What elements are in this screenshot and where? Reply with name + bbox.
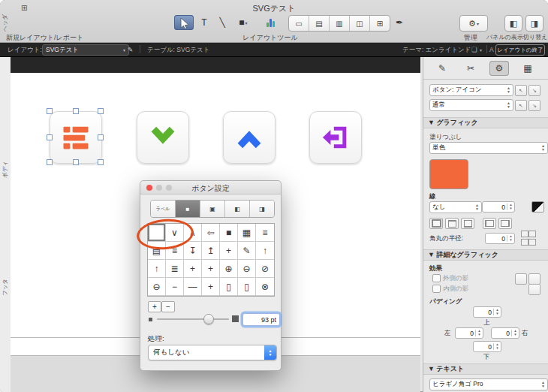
style-copy-button[interactable]: ↖ [515,85,527,96]
display-segment-3[interactable]: ▣ [200,201,224,217]
action-popup[interactable]: 何もしない ▲▼ [148,345,277,360]
svg-button-exit[interactable] [309,111,362,164]
display-segment-1[interactable]: ラベル [151,201,175,217]
outer-shadow-checkbox[interactable] [432,274,441,282]
theme-icon[interactable]: ❏ [471,46,477,53]
manage-menu-button[interactable]: ⚙ ▾ [459,15,488,32]
padding-bottom-field[interactable]: 0 ▲▼ [473,341,501,352]
object-style-popup[interactable]: ボタン: アイコン ▲▼ [429,84,513,96]
data-tab-icon[interactable]: ▦ [518,61,537,76]
line-pos-bottom-button[interactable] [461,218,474,229]
icon-grid-cell-r3c3[interactable]: + [184,260,202,278]
state-paste-button[interactable]: ↘ [528,100,540,111]
svg-button-chevron-down[interactable] [137,111,189,164]
state-copy-button[interactable]: ↖ [515,100,527,111]
icon-grid-cell-r3c7[interactable]: ⊘ [256,260,274,278]
chart-tool-button[interactable] [261,15,279,30]
icon-grid-cell-r3c6[interactable]: ⊖ [238,260,256,278]
dialog-titlebar[interactable]: ボタン設定 [140,181,281,194]
size-slider-track[interactable] [157,318,229,320]
selection-handle[interactable] [73,159,79,165]
select-tool-button[interactable] [174,15,194,30]
corner-radius-field[interactable]: 0 ▲▼ [485,233,515,244]
button-tool-button[interactable]: ▥ [329,16,349,31]
icon-grid-cell-r3c4[interactable]: + [202,260,220,278]
toggle-right-panel-button[interactable]: ◨ [525,15,543,32]
svg-button-chevron-up[interactable] [223,111,276,164]
object-state-popup[interactable]: 通常 ▲▼ [429,99,513,111]
icon-size-field[interactable]: 93 pt [242,313,280,326]
font-size-icon[interactable]: A [489,46,494,53]
line-type-popup[interactable]: なし ▲▼ [429,201,482,213]
padding-right-field[interactable]: 0 ▲▼ [491,327,519,339]
selection-handle[interactable] [98,108,104,114]
padding-top-field[interactable]: 0 ▲▼ [473,306,501,318]
position-tab-icon[interactable]: ✎ [432,61,452,76]
graphic-section-header[interactable]: ▼ グラフィック [423,117,548,128]
icon-grid-cell-r1c7[interactable]: ≡ [256,224,274,242]
icon-grid-cell-r4c2[interactable]: − [166,278,184,296]
inner-shadow-checkbox[interactable] [432,285,441,293]
icon-grid-cell-r1c6[interactable]: ▦ [238,224,256,242]
outer-shadow-settings-button[interactable] [515,273,527,285]
size-slider-handle[interactable] [203,314,214,324]
layout-edit-pencil-icon[interactable]: ✎ [128,46,133,53]
format-painter-button[interactable]: ✒ [392,15,407,30]
advanced-graphic-section-header[interactable]: ▼ 詳細なグラフィック [423,249,548,261]
icon-grid-cell-r2c3[interactable]: ↧ [184,242,202,260]
selection-handle[interactable] [47,159,53,165]
font-family-popup[interactable]: ヒラギノ角ゴ Pro ▲▼ [429,378,548,390]
icon-grid-cell-r2c7[interactable]: ↑ [256,242,274,260]
icon-grid-cell-r4c4[interactable]: + [202,278,220,296]
svg-button-list[interactable] [50,111,102,164]
icon-grid-cell-r1c5[interactable]: ■ [220,224,238,242]
line-pos-right-button[interactable] [498,218,512,229]
line-width-field[interactable]: 0 ▲▼ [482,201,515,213]
padding-top-stepper[interactable]: ▲▼ [493,309,501,316]
fill-type-popup[interactable]: 単色 ▲▼ [429,142,548,154]
corner-picker-icon[interactable] [521,231,534,246]
label-tool-button[interactable]: ▤ [309,16,329,31]
icon-grid-cell-r2c4[interactable]: ↥ [202,242,220,260]
toggle-left-panel-button[interactable]: ◧ [504,15,522,32]
icon-grid-cell-r1c4[interactable]: ⇦ [202,224,220,242]
corner-radius-stepper[interactable]: ▲▼ [507,235,514,243]
line-tool-button[interactable]: ╲ [215,15,230,30]
display-segment-4[interactable]: ◧ [224,201,249,217]
canvas-header-part[interactable] [11,57,420,73]
icon-grid-cell-r2c5[interactable]: + [220,242,238,260]
selection-handle[interactable] [47,108,53,114]
display-segment-5[interactable]: ◨ [249,201,274,217]
icon-grid-cell-r4c6[interactable]: ▯ [238,278,256,296]
line-pos-top-button[interactable] [445,218,459,229]
style-paste-button[interactable]: ↘ [528,85,540,96]
selection-handle[interactable] [47,134,53,140]
styles-tab-icon[interactable]: ✂ [461,61,480,76]
appearance-tab-icon[interactable]: ⚙ [489,61,509,76]
shape-tool-button[interactable]: ■▾ [233,15,254,30]
part-tab-header[interactable]: ヘッダ [2,21,9,32]
text-tool-button[interactable]: T [197,15,212,30]
icon-grid-cell-r2c6[interactable]: ✎ [238,242,256,260]
padding-bottom-stepper[interactable]: ▲▼ [493,343,501,351]
remove-icon-button[interactable]: − [161,301,175,312]
popover-tool-button[interactable]: ◫ [349,16,369,31]
theme-dropdown-arrow[interactable]: ▾ [480,47,482,53]
icon-grid-cell-r4c5[interactable]: ▯ [220,278,238,296]
padding-left-stepper[interactable]: ▲▼ [475,330,483,337]
fill-color-swatch[interactable] [429,159,468,189]
line-pos-left-button[interactable] [483,218,496,229]
layout-popup[interactable]: SVGテスト ▾ [42,44,129,56]
icon-grid-cell-r3c5[interactable]: ⊕ [220,260,238,278]
line-color-well[interactable] [531,201,544,213]
outer-shadow-color-button[interactable] [528,273,540,285]
selection-handle[interactable] [98,159,104,165]
icon-grid-cell-r4c1[interactable]: ⊖ [148,278,166,296]
icon-grid-cell-r3c1[interactable]: ↑ [148,260,166,278]
exit-layout-button[interactable]: レイアウトの終了 [495,44,545,56]
selection-handle[interactable] [98,134,104,140]
inner-shadow-settings-button[interactable] [528,284,540,295]
icon-grid-cell-r4c3[interactable]: — [184,278,202,296]
field-tool-button[interactable]: ▭ [289,16,309,31]
selection-handle[interactable] [73,108,79,114]
